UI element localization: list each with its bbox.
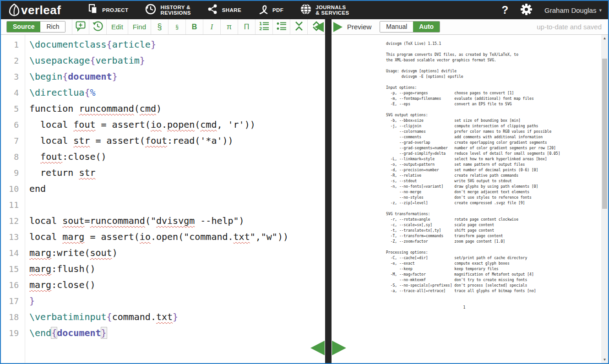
token: = assert( bbox=[96, 119, 151, 130]
token: .open("command. bbox=[151, 231, 234, 242]
code-line[interactable]: 14marg:write(sout) bbox=[1, 245, 325, 261]
code-line[interactable]: 9 return str bbox=[1, 165, 325, 181]
token: ","w")) bbox=[250, 231, 288, 242]
token: document bbox=[68, 71, 112, 82]
code-line[interactable]: 13local marg = assert(io.open("command.t… bbox=[1, 229, 325, 245]
token: sout bbox=[90, 247, 112, 258]
pdf-page-text: dvisvgm (TeX Live) 1.15.1 This program c… bbox=[386, 41, 560, 310]
editor-pane: Source Rich Text bbox=[1, 19, 325, 363]
svg-text:1: 1 bbox=[259, 22, 262, 26]
line-number: 3 bbox=[1, 69, 25, 85]
user-name: Graham Douglas bbox=[544, 6, 596, 14]
scrollbar-thumb[interactable] bbox=[602, 59, 607, 209]
code-line[interactable]: 2\usepackage{verbatim} bbox=[1, 53, 325, 69]
code-line[interactable]: 16marg:close() bbox=[1, 277, 325, 293]
inline-math-button[interactable]: π bbox=[221, 19, 238, 34]
code-line[interactable]: 15marg:flush() bbox=[1, 261, 325, 277]
code-line[interactable]: 8 fout:close() bbox=[1, 149, 325, 165]
token: :flush() bbox=[51, 263, 95, 274]
code-line[interactable]: 1\documentclass{article} bbox=[1, 37, 325, 53]
pane-divider[interactable] bbox=[325, 19, 332, 363]
section-button[interactable]: § bbox=[151, 19, 169, 34]
preview-scrollbar[interactable]: ▲ ▼ bbox=[601, 35, 608, 363]
code-line[interactable]: 7 local str = assert(fout:read('*a')) bbox=[1, 133, 325, 149]
token: = assert( bbox=[84, 231, 139, 242]
source-mode-button[interactable]: Source bbox=[7, 22, 40, 32]
nav-project[interactable]: PROJECT bbox=[79, 1, 136, 19]
help-button[interactable]: ? bbox=[501, 1, 508, 19]
collapse-editor-arrow[interactable] bbox=[315, 22, 324, 32]
main-nav: PROJECT HISTORY & REVISIONS bbox=[79, 1, 357, 19]
nav-share[interactable]: SHARE bbox=[199, 1, 250, 19]
token: \documentclass bbox=[29, 39, 107, 50]
user-account-menu[interactable]: Graham Douglas ▾ bbox=[544, 6, 602, 14]
token: { bbox=[90, 55, 95, 66]
manual-compile-button[interactable]: Manual bbox=[380, 22, 413, 32]
token: local bbox=[29, 231, 62, 242]
token: function bbox=[29, 103, 79, 114]
nav-history-revisions[interactable]: HISTORY & REVISIONS bbox=[136, 1, 199, 19]
add-comment-button[interactable] bbox=[72, 19, 89, 34]
bullet-list-button[interactable] bbox=[273, 19, 290, 34]
subsection-button[interactable]: § bbox=[169, 19, 186, 34]
history-icon bbox=[145, 3, 157, 17]
token: runcommand bbox=[90, 215, 145, 226]
token: popen bbox=[167, 119, 195, 130]
expand-preview-arrow-bottom[interactable] bbox=[332, 341, 346, 355]
code-line[interactable]: 6 local fout = assert(io.popen(cmd, 'r')… bbox=[1, 117, 325, 133]
code-line[interactable]: 10end bbox=[1, 181, 325, 197]
scroll-up-arrow[interactable]: ▲ bbox=[601, 35, 608, 42]
code-line[interactable]: 17} bbox=[1, 293, 325, 309]
nav-journals-services[interactable]: JOURNALS & SERVICES bbox=[292, 1, 357, 19]
token: marg bbox=[29, 263, 51, 274]
line-number: 11 bbox=[1, 197, 25, 213]
collapse-all-button[interactable] bbox=[290, 19, 308, 34]
edit-menu-button[interactable]: Edit bbox=[107, 19, 128, 34]
line-number: 19 bbox=[1, 325, 25, 341]
numbered-list-icon: 1 2 bbox=[259, 21, 270, 33]
pdf-viewport: dvisvgm (TeX Live) 1.15.1 This program c… bbox=[332, 35, 608, 363]
track-changes-button[interactable] bbox=[89, 19, 107, 34]
code-text: return str bbox=[25, 165, 96, 181]
find-button[interactable]: Find bbox=[128, 19, 151, 34]
code-line[interactable]: 11 bbox=[1, 197, 325, 213]
token: return bbox=[29, 167, 79, 178]
token: fout bbox=[145, 135, 167, 146]
auto-compile-button[interactable]: Auto bbox=[413, 22, 440, 32]
svg-text:2: 2 bbox=[259, 27, 262, 31]
code-line[interactable]: 19\end{document} bbox=[1, 325, 325, 341]
rich-text-mode-button[interactable]: Rich Text bbox=[40, 22, 65, 32]
token: { bbox=[51, 327, 57, 338]
line-number: 2 bbox=[1, 53, 25, 69]
code-line[interactable]: 3\begin{document} bbox=[1, 69, 325, 85]
expand-preview-arrow[interactable] bbox=[333, 22, 343, 32]
line-number: 10 bbox=[1, 181, 25, 197]
chevron-down-icon: ▾ bbox=[599, 7, 602, 13]
code-line[interactable]: 5function runcommand(cmd) bbox=[1, 101, 325, 117]
line-number: 5 bbox=[1, 101, 25, 117]
token: { bbox=[107, 311, 112, 322]
scroll-down-arrow[interactable]: ▼ bbox=[601, 356, 608, 363]
nav-pdf[interactable]: PDF bbox=[250, 1, 292, 19]
display-math-button[interactable]: Π bbox=[238, 19, 256, 34]
token: command. bbox=[112, 311, 156, 322]
bold-button[interactable]: B bbox=[186, 19, 203, 34]
code-line[interactable]: 4\directlua{% bbox=[1, 85, 325, 101]
code-line[interactable]: 18\verbatiminput{command.txt} bbox=[1, 309, 325, 325]
token: } bbox=[140, 55, 145, 66]
line-number: 16 bbox=[1, 277, 25, 293]
code-line[interactable]: 12local sout=runcommand("dvisvgm --help"… bbox=[1, 213, 325, 229]
overleaf-logo[interactable]: verleaf bbox=[6, 2, 61, 18]
overleaf-window: verleaf PROJECT bbox=[0, 0, 609, 364]
token: marg bbox=[62, 231, 84, 242]
settings-gear-icon[interactable] bbox=[520, 3, 533, 17]
preview-label: Preview bbox=[347, 23, 371, 31]
numbered-list-button[interactable]: 1 2 bbox=[256, 19, 273, 34]
line-number: 9 bbox=[1, 165, 25, 181]
italic-button[interactable]: I bbox=[203, 19, 221, 34]
project-icon bbox=[87, 4, 98, 16]
collapse-editor-arrow-bottom[interactable] bbox=[310, 341, 325, 355]
code-editor[interactable]: 1\documentclass{article}2\usepackage{ver… bbox=[1, 35, 325, 363]
code-text: end bbox=[25, 181, 46, 197]
code-text: \documentclass{article} bbox=[25, 37, 156, 53]
